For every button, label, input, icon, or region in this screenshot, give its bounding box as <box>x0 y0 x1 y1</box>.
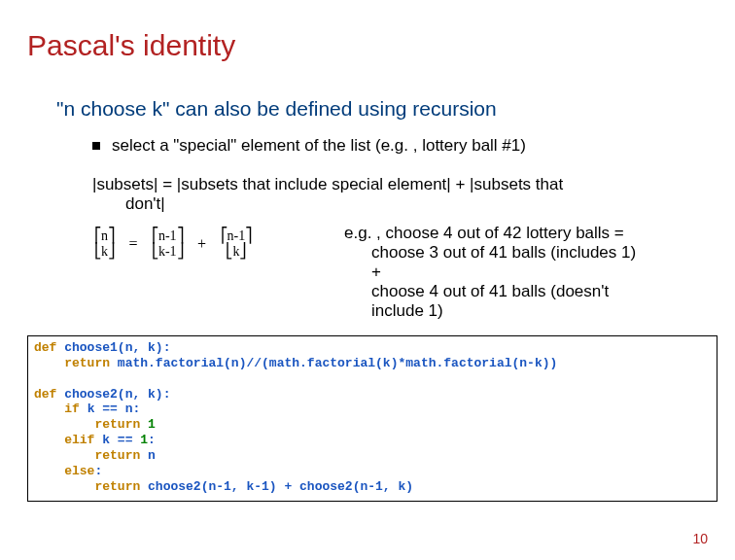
example-text: e.g. , choose 4 out of 42 lottery balls … <box>344 224 694 321</box>
eg-line5: include 1) <box>371 301 694 321</box>
subsets-eq-part1: |subsets| = |subsets that include specia… <box>92 175 563 193</box>
slide-subtitle: "n choose k" can also be defined using r… <box>56 97 497 121</box>
code-pre: def choose1(n, k): return math.factorial… <box>34 340 711 495</box>
eg-line4: choose 4 out of 41 balls (doesn't <box>371 282 694 301</box>
code-block: def choose1(n, k): return math.factorial… <box>27 335 718 502</box>
slide-title: Pascal's identity <box>27 29 235 62</box>
subsets-eq-part2: don't| <box>125 194 695 214</box>
slide: Pascal's identity "n choose k" can also … <box>0 0 735 560</box>
binom-nminus1-k: ⎡n-1⎤ ⎣k⎦ <box>221 228 253 260</box>
binomial-recursion-formula: ⎡n⎤ ⎣k⎦ = ⎡n-1⎤ ⎣k-1⎦ + ⎡n-1⎤ ⎣k⎦ <box>92 228 345 306</box>
binom-n-k: ⎡n⎤ ⎣k⎦ <box>94 228 115 260</box>
eg-line2: choose 3 out of 41 balls (includes 1) <box>371 243 694 262</box>
square-bullet-icon <box>92 142 100 150</box>
bullet-text: select a "special" element of the list (… <box>112 136 526 155</box>
page-number: 10 <box>692 531 708 546</box>
binom-nminus1-kminus1: ⎡n-1⎤ ⎣k-1⎦ <box>152 228 184 260</box>
subsets-equation: |subsets| = |subsets that include specia… <box>92 175 695 214</box>
bullet-line: select a "special" element of the list (… <box>92 136 526 156</box>
plus-sign: + <box>197 235 206 253</box>
eg-line1: e.g. , choose 4 out of 42 lottery balls … <box>344 224 624 242</box>
equals-sign: = <box>128 235 137 253</box>
eg-line3: + <box>371 262 694 282</box>
